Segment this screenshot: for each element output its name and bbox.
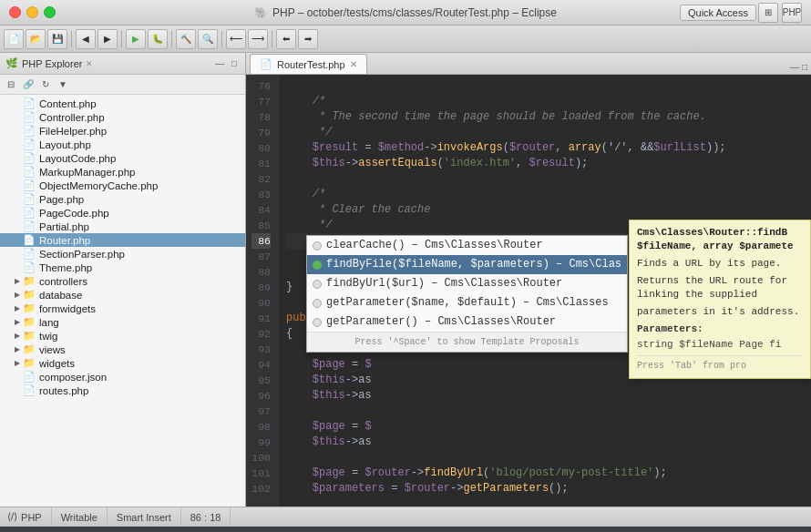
code-editor[interactable]: 76 77 78 79 80 81 82 83 84 85 86 87 88 8… <box>246 75 811 506</box>
separator-4 <box>221 31 222 47</box>
autocomplete-label-2: findByUrl($url) – Cms\Classes\Router <box>326 276 562 292</box>
search-button[interactable]: 🔍 <box>198 29 218 49</box>
tree-item-widgets[interactable]: ▶📁widgets <box>0 356 245 370</box>
maximize-editor-btn[interactable]: □ <box>802 62 807 72</box>
left-panel: 🌿 PHP Explorer ✕ — □ ⊟ 🔗 ↻ ▼ ▶📄Content.p… <box>0 53 246 506</box>
tree-item-lang[interactable]: ▶📁lang <box>0 315 245 329</box>
tree-item-FileHelper-php[interactable]: ▶📄FileHelper.php <box>0 124 245 138</box>
next-edit-button[interactable]: ⟶ <box>248 29 268 49</box>
tree-item-Router-php[interactable]: ▶📄Router.php <box>0 233 245 247</box>
tree-item-Theme-php[interactable]: ▶📄Theme.php <box>0 261 245 274</box>
minimize-editor-btn[interactable]: — <box>790 62 799 72</box>
back-button[interactable]: ◀ <box>76 29 96 49</box>
tree-item-composer-json[interactable]: ▶📄composer.json <box>0 370 245 384</box>
autocomplete-item-0[interactable]: clearCache() – Cms\Classes\Router <box>307 236 627 255</box>
left-panel-toolbar: ⊟ 🔗 ↻ ▼ <box>0 75 245 95</box>
tree-item-views[interactable]: ▶📁views <box>0 343 245 356</box>
autocomplete-dot-1 <box>313 261 322 270</box>
autocomplete-item-4[interactable]: getParameter() – Cms\Classes\Router <box>307 312 627 332</box>
tree-item-SectionParser-php[interactable]: ▶📄SectionParser.php <box>0 247 245 261</box>
tree-item-ObjectMemoryCache-php[interactable]: ▶📄ObjectMemoryCache.php <box>0 179 245 192</box>
forward-button[interactable]: ▶ <box>98 29 118 49</box>
folder-icon: 📁 <box>23 289 36 301</box>
debug-button[interactable]: 🐛 <box>148 29 168 49</box>
open-button[interactable]: 📂 <box>26 29 46 49</box>
tree-item-label: ObjectMemoryCache.php <box>39 180 158 191</box>
minimize-button[interactable] <box>26 6 38 18</box>
file-icon: 📄 <box>23 179 36 191</box>
line-numbers: 76 77 78 79 80 81 82 83 84 85 86 87 88 8… <box>246 75 279 506</box>
file-icon: 📄 <box>23 138 36 150</box>
file-icon: 📄 <box>23 234 36 246</box>
code-line-78: * The second time the page should be loa… <box>286 109 804 125</box>
code-line-77: /* <box>286 94 804 109</box>
autocomplete-item-1[interactable]: findByFile($fileName, $parameters) – Cms… <box>307 255 627 274</box>
tree-item-controllers[interactable]: ▶📁controllers <box>0 274 245 288</box>
code-line-82 <box>286 171 804 187</box>
refresh-button[interactable]: ↻ <box>37 77 54 93</box>
separator-3 <box>171 31 172 47</box>
tree-item-twig[interactable]: ▶📁twig <box>0 329 245 343</box>
autocomplete-item-2[interactable]: findByUrl($url) – Cms\Classes\Router <box>307 274 627 293</box>
javadoc-params-label: Parameters: <box>637 322 803 336</box>
quick-access-button[interactable]: Quick Access <box>680 5 756 21</box>
prev-edit-button[interactable]: ⟵ <box>226 29 246 49</box>
tab-close-button[interactable]: ✕ <box>350 59 357 69</box>
tree-item-label: routes.php <box>39 385 88 396</box>
folder-icon: 📁 <box>23 316 36 328</box>
view-menu-button[interactable]: ▼ <box>55 77 71 93</box>
language-icon: ⟨/⟩ <box>7 511 17 523</box>
link-editor-button[interactable]: 🔗 <box>20 77 36 93</box>
autocomplete-label-3: getParameter($name, $default) – Cms\Clas… <box>326 295 609 311</box>
tree-item-Layout-php[interactable]: ▶📄Layout.php <box>0 138 245 151</box>
tree-item-Partial-php[interactable]: ▶📄Partial.php <box>0 220 245 233</box>
tree-item-label: FileHelper.php <box>39 126 107 137</box>
tree-item-routes-php[interactable]: ▶📄routes.php <box>0 384 245 397</box>
status-position: 86 : 18 <box>181 507 231 527</box>
tree-item-Page-php[interactable]: ▶📄Page.php <box>0 192 245 206</box>
file-icon: 📄 <box>23 384 36 396</box>
tree-item-LayoutCode-php[interactable]: ▶📄LayoutCode.php <box>0 151 245 165</box>
collapse-all-button[interactable]: ⊟ <box>3 77 19 93</box>
left-panel-header: 🌿 PHP Explorer ✕ — □ <box>0 53 245 75</box>
tree-item-label: Theme.php <box>39 262 92 273</box>
maximize-button[interactable] <box>44 6 56 18</box>
autocomplete-label-1: findByFile($fileName, $parameters) – Cms… <box>326 257 621 272</box>
panel-maximize-btn[interactable]: □ <box>229 57 240 69</box>
php-explorer-icon: 🌿 <box>5 57 18 69</box>
folder-icon: 📁 <box>23 357 36 369</box>
php-perspective-button[interactable]: PHP <box>782 3 802 23</box>
close-button[interactable] <box>9 6 21 18</box>
run-button[interactable]: ▶ <box>126 29 146 49</box>
nav-prev-button[interactable]: ⬅ <box>276 29 296 49</box>
perspective-button[interactable]: ⊞ <box>758 3 778 23</box>
tree-arrow: ▶ <box>15 318 20 326</box>
autocomplete-item-3[interactable]: getParameter($name, $default) – Cms\Clas… <box>307 293 627 312</box>
editor-tab-routertest[interactable]: 📄 RouterTest.php ✕ <box>250 54 367 74</box>
left-panel-title: 🌿 PHP Explorer ✕ <box>5 57 93 69</box>
tree-item-label: composer.json <box>39 372 107 383</box>
folder-icon: 📁 <box>23 275 36 287</box>
save-button[interactable]: 💾 <box>47 29 67 49</box>
tree-item-label: MarkupManager.php <box>39 167 135 178</box>
tree-item-label: views <box>39 344 66 355</box>
build-button[interactable]: 🔨 <box>176 29 196 49</box>
folder-icon: 📁 <box>23 302 36 314</box>
panel-minimize-btn[interactable]: — <box>212 57 227 69</box>
autocomplete-dot-3 <box>313 299 322 308</box>
file-icon: 📄 <box>23 152 36 164</box>
tree-item-formwidgets[interactable]: ▶📁formwidgets <box>0 302 245 315</box>
file-icon: 📄 <box>23 97 36 109</box>
tree-item-MarkupManager-php[interactable]: ▶📄MarkupManager.php <box>0 165 245 179</box>
tree-item-Content-php[interactable]: ▶📄Content.php <box>0 97 245 110</box>
new-button[interactable]: 📄 <box>4 29 24 49</box>
tree-item-label: SectionParser.php <box>39 249 125 260</box>
insert-mode-label: Smart Insert <box>117 512 171 523</box>
tree-item-database[interactable]: ▶📁database <box>0 288 245 302</box>
tree-item-Controller-php[interactable]: ▶📄Controller.php <box>0 110 245 124</box>
tree-item-PageCode-php[interactable]: ▶📄PageCode.php <box>0 206 245 220</box>
nav-next-button[interactable]: ➡ <box>298 29 318 49</box>
header-toolbar-icons: ⊞ PHP <box>758 3 802 23</box>
main-toolbar: 📄 📂 💾 ◀ ▶ ▶ 🐛 🔨 🔍 ⟵ ⟶ ⬅ ➡ <box>0 26 811 53</box>
tree-arrow: ▶ <box>15 345 20 353</box>
